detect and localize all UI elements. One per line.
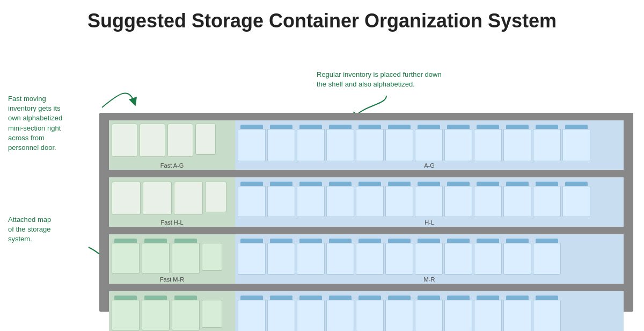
section-regular-mr: M-R	[235, 234, 624, 284]
shelf-bar-1	[99, 170, 633, 177]
post-right	[624, 113, 633, 312]
label-mr: M-R	[235, 276, 624, 283]
bin	[140, 124, 165, 157]
label-fast-hl: Fast H-L	[109, 219, 235, 226]
bin	[167, 124, 193, 157]
section-regular-hl: H-L	[235, 177, 624, 227]
label-ag: A-G	[235, 162, 624, 169]
label-fast-mr: Fast M-R	[109, 276, 235, 283]
attached-map-annotation: Attached map of the storage system.	[8, 215, 94, 244]
bin	[195, 124, 216, 155]
section-fast-ag: Fast A-G	[109, 120, 235, 170]
shelf-row-1: Fast A-G	[109, 120, 624, 170]
fast-moving-annotation: Fast moving inventory gets its own alpha…	[8, 94, 102, 153]
shelf-row-3: Fast M-R M-R	[109, 234, 624, 284]
section-regular-sz: S-Z	[235, 291, 624, 331]
shelf-bar-top	[99, 113, 633, 120]
shelf-bar-2	[99, 227, 633, 234]
page-title: Suggested Storage Container Organization…	[0, 0, 644, 38]
diagram-area: Fast moving inventory gets its own alpha…	[0, 38, 644, 328]
label-fast-ag: Fast A-G	[109, 162, 235, 169]
section-fast-hl: Fast H-L	[109, 177, 235, 227]
shelf-row-4: Fast S-Z S-Z	[109, 291, 624, 331]
label-hl: H-L	[235, 219, 624, 226]
section-fast-mr: Fast M-R	[109, 234, 235, 284]
shelf-bar-3	[99, 284, 633, 291]
bin	[112, 124, 137, 157]
regular-annotation: Regular inventory is placed further down…	[317, 70, 472, 89]
section-regular-ag: A-G	[235, 120, 624, 170]
section-fast-sz: Fast S-Z	[109, 291, 235, 331]
post-left	[99, 113, 109, 312]
shelf-row-2: Fast H-L H-L	[109, 177, 624, 227]
